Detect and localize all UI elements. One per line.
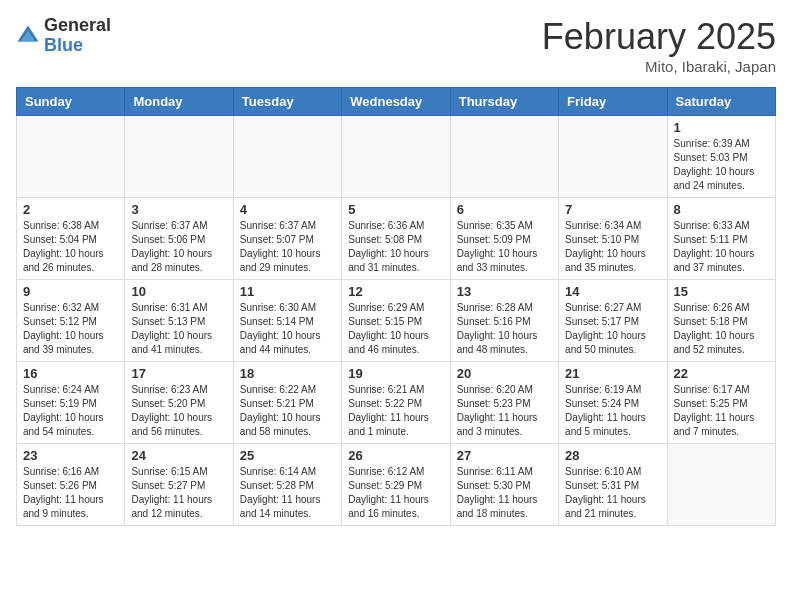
calendar-week-3: 9Sunrise: 6:32 AM Sunset: 5:12 PM Daylig…	[17, 280, 776, 362]
calendar-table: SundayMondayTuesdayWednesdayThursdayFrid…	[16, 87, 776, 526]
day-number: 19	[348, 366, 443, 381]
calendar-cell	[233, 116, 341, 198]
day-info: Sunrise: 6:15 AM Sunset: 5:27 PM Dayligh…	[131, 465, 226, 521]
day-number: 10	[131, 284, 226, 299]
day-info: Sunrise: 6:31 AM Sunset: 5:13 PM Dayligh…	[131, 301, 226, 357]
day-number: 27	[457, 448, 552, 463]
calendar-cell: 23Sunrise: 6:16 AM Sunset: 5:26 PM Dayli…	[17, 444, 125, 526]
calendar-cell: 4Sunrise: 6:37 AM Sunset: 5:07 PM Daylig…	[233, 198, 341, 280]
calendar-cell	[125, 116, 233, 198]
day-info: Sunrise: 6:35 AM Sunset: 5:09 PM Dayligh…	[457, 219, 552, 275]
day-number: 22	[674, 366, 769, 381]
logo-general-text: General	[44, 16, 111, 36]
calendar-cell: 26Sunrise: 6:12 AM Sunset: 5:29 PM Dayli…	[342, 444, 450, 526]
day-info: Sunrise: 6:11 AM Sunset: 5:30 PM Dayligh…	[457, 465, 552, 521]
calendar-cell: 25Sunrise: 6:14 AM Sunset: 5:28 PM Dayli…	[233, 444, 341, 526]
day-info: Sunrise: 6:34 AM Sunset: 5:10 PM Dayligh…	[565, 219, 660, 275]
day-number: 9	[23, 284, 118, 299]
logo-text: General Blue	[44, 16, 111, 56]
day-number: 26	[348, 448, 443, 463]
month-title: February 2025	[542, 16, 776, 58]
day-info: Sunrise: 6:30 AM Sunset: 5:14 PM Dayligh…	[240, 301, 335, 357]
calendar-cell: 14Sunrise: 6:27 AM Sunset: 5:17 PM Dayli…	[559, 280, 667, 362]
day-number: 1	[674, 120, 769, 135]
day-info: Sunrise: 6:10 AM Sunset: 5:31 PM Dayligh…	[565, 465, 660, 521]
weekday-header-saturday: Saturday	[667, 88, 775, 116]
weekday-header-monday: Monday	[125, 88, 233, 116]
weekday-header-sunday: Sunday	[17, 88, 125, 116]
day-number: 23	[23, 448, 118, 463]
weekday-header-wednesday: Wednesday	[342, 88, 450, 116]
calendar-cell: 3Sunrise: 6:37 AM Sunset: 5:06 PM Daylig…	[125, 198, 233, 280]
page-header: General Blue February 2025 Mito, Ibaraki…	[16, 16, 776, 75]
calendar-cell: 12Sunrise: 6:29 AM Sunset: 5:15 PM Dayli…	[342, 280, 450, 362]
day-info: Sunrise: 6:23 AM Sunset: 5:20 PM Dayligh…	[131, 383, 226, 439]
calendar-cell: 17Sunrise: 6:23 AM Sunset: 5:20 PM Dayli…	[125, 362, 233, 444]
day-info: Sunrise: 6:20 AM Sunset: 5:23 PM Dayligh…	[457, 383, 552, 439]
day-info: Sunrise: 6:22 AM Sunset: 5:21 PM Dayligh…	[240, 383, 335, 439]
calendar-week-4: 16Sunrise: 6:24 AM Sunset: 5:19 PM Dayli…	[17, 362, 776, 444]
calendar-cell: 7Sunrise: 6:34 AM Sunset: 5:10 PM Daylig…	[559, 198, 667, 280]
calendar-cell: 6Sunrise: 6:35 AM Sunset: 5:09 PM Daylig…	[450, 198, 558, 280]
weekday-header-thursday: Thursday	[450, 88, 558, 116]
calendar-cell	[342, 116, 450, 198]
calendar-cell: 27Sunrise: 6:11 AM Sunset: 5:30 PM Dayli…	[450, 444, 558, 526]
day-number: 5	[348, 202, 443, 217]
day-info: Sunrise: 6:32 AM Sunset: 5:12 PM Dayligh…	[23, 301, 118, 357]
calendar-cell	[450, 116, 558, 198]
day-number: 17	[131, 366, 226, 381]
day-number: 20	[457, 366, 552, 381]
calendar-cell: 28Sunrise: 6:10 AM Sunset: 5:31 PM Dayli…	[559, 444, 667, 526]
day-info: Sunrise: 6:26 AM Sunset: 5:18 PM Dayligh…	[674, 301, 769, 357]
calendar-cell: 20Sunrise: 6:20 AM Sunset: 5:23 PM Dayli…	[450, 362, 558, 444]
calendar-week-5: 23Sunrise: 6:16 AM Sunset: 5:26 PM Dayli…	[17, 444, 776, 526]
title-block: February 2025 Mito, Ibaraki, Japan	[542, 16, 776, 75]
day-number: 18	[240, 366, 335, 381]
day-info: Sunrise: 6:33 AM Sunset: 5:11 PM Dayligh…	[674, 219, 769, 275]
day-number: 8	[674, 202, 769, 217]
day-info: Sunrise: 6:27 AM Sunset: 5:17 PM Dayligh…	[565, 301, 660, 357]
calendar-week-1: 1Sunrise: 6:39 AM Sunset: 5:03 PM Daylig…	[17, 116, 776, 198]
calendar-cell: 16Sunrise: 6:24 AM Sunset: 5:19 PM Dayli…	[17, 362, 125, 444]
calendar-cell	[559, 116, 667, 198]
day-number: 11	[240, 284, 335, 299]
day-info: Sunrise: 6:24 AM Sunset: 5:19 PM Dayligh…	[23, 383, 118, 439]
day-number: 7	[565, 202, 660, 217]
day-number: 16	[23, 366, 118, 381]
day-number: 15	[674, 284, 769, 299]
day-number: 25	[240, 448, 335, 463]
day-info: Sunrise: 6:29 AM Sunset: 5:15 PM Dayligh…	[348, 301, 443, 357]
calendar-cell: 18Sunrise: 6:22 AM Sunset: 5:21 PM Dayli…	[233, 362, 341, 444]
day-info: Sunrise: 6:37 AM Sunset: 5:07 PM Dayligh…	[240, 219, 335, 275]
calendar-header-row: SundayMondayTuesdayWednesdayThursdayFrid…	[17, 88, 776, 116]
day-info: Sunrise: 6:16 AM Sunset: 5:26 PM Dayligh…	[23, 465, 118, 521]
day-info: Sunrise: 6:39 AM Sunset: 5:03 PM Dayligh…	[674, 137, 769, 193]
calendar-cell: 13Sunrise: 6:28 AM Sunset: 5:16 PM Dayli…	[450, 280, 558, 362]
weekday-header-tuesday: Tuesday	[233, 88, 341, 116]
calendar-cell: 11Sunrise: 6:30 AM Sunset: 5:14 PM Dayli…	[233, 280, 341, 362]
day-number: 21	[565, 366, 660, 381]
calendar-cell	[667, 444, 775, 526]
day-info: Sunrise: 6:38 AM Sunset: 5:04 PM Dayligh…	[23, 219, 118, 275]
calendar-cell: 5Sunrise: 6:36 AM Sunset: 5:08 PM Daylig…	[342, 198, 450, 280]
logo-blue-text: Blue	[44, 36, 111, 56]
calendar-cell: 15Sunrise: 6:26 AM Sunset: 5:18 PM Dayli…	[667, 280, 775, 362]
weekday-header-friday: Friday	[559, 88, 667, 116]
day-number: 4	[240, 202, 335, 217]
day-number: 14	[565, 284, 660, 299]
day-number: 13	[457, 284, 552, 299]
day-number: 12	[348, 284, 443, 299]
day-number: 28	[565, 448, 660, 463]
day-number: 2	[23, 202, 118, 217]
day-info: Sunrise: 6:12 AM Sunset: 5:29 PM Dayligh…	[348, 465, 443, 521]
day-info: Sunrise: 6:28 AM Sunset: 5:16 PM Dayligh…	[457, 301, 552, 357]
day-info: Sunrise: 6:17 AM Sunset: 5:25 PM Dayligh…	[674, 383, 769, 439]
calendar-cell	[17, 116, 125, 198]
calendar-cell: 9Sunrise: 6:32 AM Sunset: 5:12 PM Daylig…	[17, 280, 125, 362]
day-info: Sunrise: 6:14 AM Sunset: 5:28 PM Dayligh…	[240, 465, 335, 521]
calendar-cell: 2Sunrise: 6:38 AM Sunset: 5:04 PM Daylig…	[17, 198, 125, 280]
logo: General Blue	[16, 16, 111, 56]
calendar-cell: 21Sunrise: 6:19 AM Sunset: 5:24 PM Dayli…	[559, 362, 667, 444]
location: Mito, Ibaraki, Japan	[542, 58, 776, 75]
day-number: 3	[131, 202, 226, 217]
